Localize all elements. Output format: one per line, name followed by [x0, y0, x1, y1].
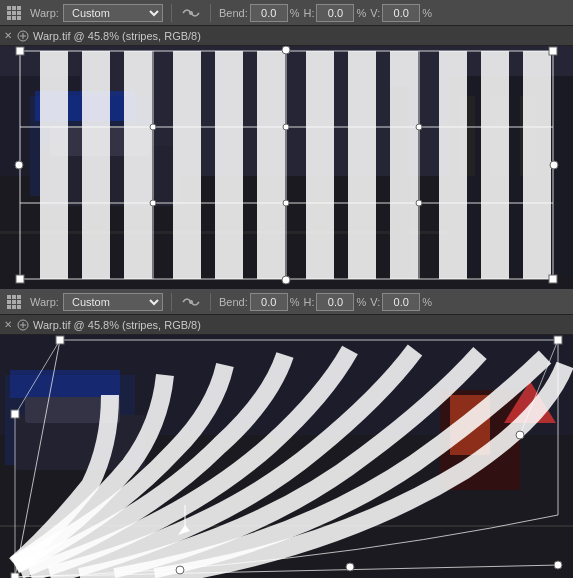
bottom-grid-icon[interactable]: [4, 292, 24, 312]
svg-rect-64: [7, 300, 11, 304]
svg-rect-4: [12, 11, 16, 15]
svg-rect-3: [7, 11, 11, 15]
svg-point-59: [283, 200, 289, 206]
svg-point-57: [416, 124, 422, 130]
bottom-h-group: H: %: [303, 293, 366, 311]
svg-rect-43: [390, 51, 418, 279]
bottom-tab-icon: [16, 318, 30, 332]
bottom-panel: Warp: Custom Bend: % H: % V: %: [0, 289, 573, 578]
bottom-toolbar-divider-1: [171, 293, 172, 311]
svg-rect-38: [173, 51, 201, 279]
svg-point-98: [346, 563, 354, 571]
bottom-bend-group: Bend: %: [219, 293, 300, 311]
bottom-warp-select[interactable]: Custom: [63, 293, 163, 311]
svg-rect-36: [82, 51, 110, 279]
svg-point-60: [416, 200, 422, 206]
bottom-tab-title: Warp.tif @ 45.8% (stripes, RGB/8): [33, 319, 201, 331]
svg-point-51: [282, 46, 290, 54]
v-input[interactable]: [382, 4, 420, 22]
svg-rect-40: [257, 51, 285, 279]
svg-point-52: [282, 276, 290, 284]
svg-rect-42: [348, 51, 376, 279]
bend-group: Bend: %: [219, 4, 300, 22]
svg-rect-47: [16, 47, 24, 55]
svg-point-58: [150, 200, 156, 206]
bottom-v-pct: %: [422, 296, 432, 308]
toolbar-divider-2: [210, 4, 211, 22]
svg-rect-35: [40, 51, 68, 279]
warp-icon[interactable]: [180, 2, 202, 24]
bend-pct: %: [290, 7, 300, 19]
warp-label: Warp:: [30, 7, 59, 19]
top-tab-title: Warp.tif @ 45.8% (stripes, RGB/8): [33, 30, 201, 42]
bottom-tab-close[interactable]: ✕: [4, 319, 12, 330]
svg-rect-7: [12, 16, 16, 20]
top-warp-grid: [0, 46, 573, 289]
bottom-warp-label: Warp:: [30, 296, 59, 308]
svg-rect-39: [215, 51, 243, 279]
top-canvas[interactable]: [0, 46, 573, 309]
svg-rect-61: [7, 295, 11, 299]
bottom-h-label: H:: [303, 296, 314, 308]
svg-rect-50: [549, 275, 557, 283]
bottom-v-label: V:: [370, 296, 380, 308]
h-label: H:: [303, 7, 314, 19]
svg-point-55: [150, 124, 156, 130]
svg-rect-6: [7, 16, 11, 20]
top-tab-close[interactable]: ✕: [4, 30, 12, 41]
bottom-warp-icon[interactable]: [180, 291, 202, 313]
svg-point-53: [15, 161, 23, 169]
bottom-h-pct: %: [356, 296, 366, 308]
bottom-h-input[interactable]: [316, 293, 354, 311]
svg-rect-45: [481, 51, 509, 279]
bottom-toolbar-divider-2: [210, 293, 211, 311]
bottom-bend-pct: %: [290, 296, 300, 308]
svg-point-97: [176, 566, 184, 574]
svg-rect-5: [17, 11, 21, 15]
svg-rect-68: [12, 305, 16, 309]
svg-point-94: [516, 431, 524, 439]
grid-icon[interactable]: [4, 3, 24, 23]
v-pct: %: [422, 7, 432, 19]
warp-select[interactable]: Custom: [63, 4, 163, 22]
svg-rect-63: [17, 295, 21, 299]
top-panel: Warp: Custom Bend: % H: % V: %: [0, 0, 573, 289]
bottom-v-group: V: %: [370, 293, 432, 311]
svg-point-9: [189, 11, 193, 15]
svg-rect-62: [12, 295, 16, 299]
svg-rect-0: [7, 6, 11, 10]
svg-rect-48: [549, 47, 557, 55]
svg-point-89: [554, 561, 562, 569]
bottom-tab-bar: ✕ Warp.tif @ 45.8% (stripes, RGB/8): [0, 315, 573, 335]
h-input[interactable]: [316, 4, 354, 22]
bottom-canvas[interactable]: [0, 335, 573, 578]
v-group: V: %: [370, 4, 432, 22]
top-tab-bar: ✕ Warp.tif @ 45.8% (stripes, RGB/8): [0, 26, 573, 46]
v-label: V:: [370, 7, 380, 19]
bend-input[interactable]: [250, 4, 288, 22]
h-group: H: %: [303, 4, 366, 22]
svg-rect-65: [12, 300, 16, 304]
bottom-bend-label: Bend:: [219, 296, 248, 308]
svg-point-56: [283, 124, 289, 130]
bottom-bend-input[interactable]: [250, 293, 288, 311]
svg-rect-46: [523, 51, 551, 279]
svg-rect-66: [17, 300, 21, 304]
top-toolbar: Warp: Custom Bend: % H: % V: %: [0, 0, 573, 26]
svg-rect-44: [439, 51, 467, 279]
bottom-v-input[interactable]: [382, 293, 420, 311]
svg-rect-49: [16, 275, 24, 283]
toolbar-divider-1: [171, 4, 172, 22]
svg-point-70: [189, 300, 193, 304]
svg-rect-69: [17, 305, 21, 309]
h-pct: %: [356, 7, 366, 19]
top-tab-icon: [16, 29, 30, 43]
svg-point-54: [550, 161, 558, 169]
svg-rect-37: [124, 51, 152, 279]
bend-label: Bend:: [219, 7, 248, 19]
bottom-warp-grid: [0, 335, 573, 578]
svg-rect-8: [17, 16, 21, 20]
svg-rect-1: [12, 6, 16, 10]
svg-rect-41: [306, 51, 334, 279]
svg-rect-2: [17, 6, 21, 10]
